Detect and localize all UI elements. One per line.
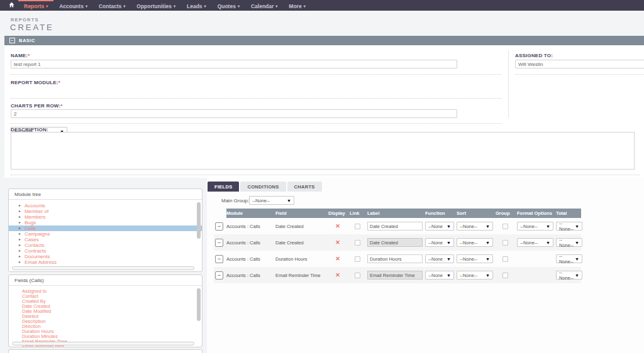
nav-item-label: Leads: [187, 3, 203, 9]
nav-item-reports[interactable]: Reports▾: [18, 0, 53, 11]
display-remove-icon[interactable]: ✕: [335, 272, 340, 278]
field-cell: Date Created: [275, 224, 326, 229]
expand-arrow-icon[interactable]: ►: [18, 255, 21, 258]
sort-select[interactable]: --None--▼: [457, 238, 493, 247]
chevron-down-icon: ▼: [546, 224, 550, 229]
expand-arrow-icon[interactable]: ►: [18, 210, 21, 213]
total-select[interactable]: --None--▼: [556, 238, 582, 247]
divider: [515, 74, 644, 75]
description-textarea[interactable]: [11, 132, 635, 170]
label-input[interactable]: [367, 238, 423, 247]
tree-item-documents[interactable]: ►Documents: [9, 254, 202, 259]
tree-item-contacts[interactable]: ►Contacts: [9, 242, 202, 248]
total-select[interactable]: --None--▼: [556, 222, 582, 231]
column-header-format-options: Format Options: [517, 210, 553, 216]
tab-fields[interactable]: FIELDS: [208, 182, 239, 192]
label-input[interactable]: [367, 271, 423, 280]
vertical-scrollbar[interactable]: [197, 202, 201, 239]
tree-item-email-address[interactable]: ►Email Address: [9, 259, 202, 265]
column-header-label: Label: [367, 210, 423, 216]
expand-arrow-icon[interactable]: ►: [18, 249, 21, 253]
nav-item-leads[interactable]: Leads▾: [181, 0, 212, 11]
tree-item-label: Member of: [25, 209, 48, 214]
sort-select[interactable]: --None--▼: [457, 254, 493, 263]
required-asterisk: *: [28, 53, 30, 58]
format-options-select[interactable]: --None--▼: [517, 222, 553, 231]
expand-arrow-icon[interactable]: ►: [18, 204, 21, 207]
group-checkbox[interactable]: [502, 240, 508, 246]
expand-arrow-icon[interactable]: ►: [18, 244, 21, 247]
function-select[interactable]: --None▼: [425, 222, 454, 231]
remove-row-button[interactable]: −: [215, 255, 223, 263]
select-value: --None--: [559, 269, 575, 281]
nav-item-contacts[interactable]: Contacts▾: [93, 0, 131, 11]
name-input[interactable]: [11, 60, 457, 68]
tree-item-label: Bugs: [25, 220, 36, 225]
expand-arrow-icon[interactable]: ►: [18, 238, 21, 241]
column-header-group: Group: [496, 210, 514, 216]
tree-item-member-of[interactable]: ►Member of: [9, 209, 202, 214]
label-input[interactable]: [367, 254, 423, 263]
tree-item-members[interactable]: ►Members: [9, 214, 202, 220]
horizontal-scrollbar[interactable]: [12, 342, 194, 345]
expand-arrow-icon[interactable]: ►: [18, 221, 21, 224]
display-remove-icon[interactable]: ✕: [335, 223, 340, 229]
required-asterisk: *: [58, 80, 60, 85]
tree-item-contracts[interactable]: ►Contracts: [9, 248, 202, 254]
link-checkbox[interactable]: [355, 240, 360, 246]
link-checkbox[interactable]: [355, 224, 360, 229]
sort-select[interactable]: --None--▼: [457, 222, 493, 231]
expand-arrow-icon[interactable]: ►: [18, 261, 21, 264]
group-checkbox[interactable]: [502, 273, 508, 278]
assigned-to-input[interactable]: [515, 60, 644, 68]
horizontal-scrollbar[interactable]: [12, 266, 194, 270]
table-row: −Accounts : CallsDate Created✕--None▼--N…: [214, 218, 581, 234]
chevron-down-icon: ▾: [275, 4, 277, 8]
tree-item-campaigns[interactable]: ►Campaigns: [9, 231, 202, 237]
charts-per-row-input[interactable]: [11, 109, 457, 118]
nav-item-quotes[interactable]: Quotes▾: [212, 0, 245, 11]
tree-item-label: Accounts: [25, 203, 45, 209]
label-input[interactable]: [367, 222, 423, 231]
home-button[interactable]: [4, 0, 18, 11]
tab-conditions[interactable]: CONDITIONS: [240, 182, 286, 192]
top-navbar: Reports▾Accounts▾Contacts▾Opportunities▾…: [0, 0, 644, 11]
link-checkbox[interactable]: [355, 256, 360, 262]
total-select[interactable]: --None--▼: [556, 254, 582, 263]
column-header-sort: Sort: [457, 210, 493, 216]
total-select[interactable]: --None--▼: [556, 271, 582, 280]
nav-item-opportunities[interactable]: Opportunities▾: [131, 0, 181, 11]
tab-charts[interactable]: CHARTS: [287, 182, 322, 192]
tree-item-accounts[interactable]: ►Accounts: [9, 203, 202, 209]
group-checkbox[interactable]: [502, 256, 508, 262]
tree-item-bugs[interactable]: ►Bugs: [9, 220, 202, 225]
collapse-icon[interactable]: −: [9, 38, 15, 43]
nav-item-calendar[interactable]: Calendar▾: [245, 0, 283, 11]
main-group-select[interactable]: --None-- ▼: [249, 196, 294, 205]
remove-row-button[interactable]: −: [215, 222, 223, 231]
remove-row-button[interactable]: −: [215, 239, 223, 247]
display-remove-icon[interactable]: ✕: [335, 256, 340, 262]
group-checkbox[interactable]: [502, 224, 508, 229]
function-select[interactable]: --None▼: [425, 271, 454, 280]
vertical-scrollbar[interactable]: [197, 288, 201, 321]
function-select[interactable]: --None▼: [425, 238, 454, 247]
nav-item-label: Accounts: [59, 3, 84, 9]
chevron-down-icon: ▼: [575, 257, 579, 261]
table-row: −Accounts : CallsEmail Reminder Time✕--N…: [214, 267, 581, 283]
basic-panel-header[interactable]: − BASIC: [4, 36, 644, 45]
expand-arrow-icon[interactable]: ►: [18, 232, 21, 236]
nav-item-accounts[interactable]: Accounts▾: [53, 0, 93, 11]
nav-item-more[interactable]: More▾: [283, 0, 311, 11]
chevron-down-icon: ▾: [46, 4, 48, 8]
tree-item-cases[interactable]: ►Cases: [9, 237, 202, 242]
expand-arrow-icon[interactable]: ►: [18, 215, 21, 219]
sort-select[interactable]: --None--▼: [457, 271, 493, 280]
format-options-select[interactable]: --None--▼: [517, 238, 553, 247]
tree-item-calls[interactable]: ►Calls: [9, 225, 202, 231]
display-remove-icon[interactable]: ✕: [335, 239, 340, 246]
remove-row-button[interactable]: −: [215, 271, 223, 280]
link-checkbox[interactable]: [355, 273, 360, 278]
function-select[interactable]: --None▼: [425, 254, 454, 263]
expand-arrow-icon[interactable]: ►: [18, 227, 21, 230]
